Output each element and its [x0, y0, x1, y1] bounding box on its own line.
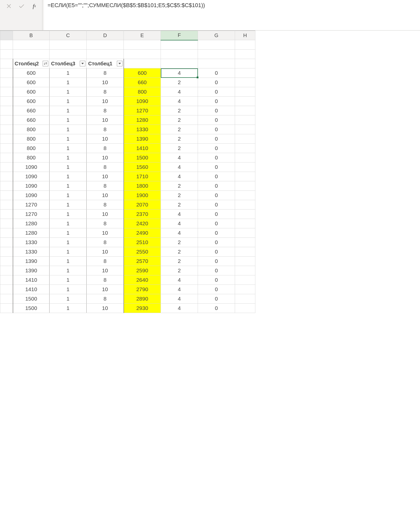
cell-d[interactable]: 10 [87, 210, 124, 219]
cell-d[interactable]: 8 [87, 125, 124, 134]
cell-f[interactable]: 4 [161, 210, 198, 219]
cell-h[interactable] [235, 162, 255, 172]
cell-h[interactable] [235, 115, 255, 125]
cell-e[interactable]: 2890 [124, 294, 161, 304]
cell-c[interactable]: 1 [50, 228, 87, 238]
filter-dropdown-icon[interactable] [117, 61, 122, 66]
cell-b[interactable]: 800 [13, 134, 50, 144]
cell-f[interactable]: 2 [161, 191, 198, 200]
cell-g[interactable]: 0 [198, 87, 235, 97]
cell-f[interactable]: 4 [161, 153, 198, 162]
cell-f[interactable]: 2 [161, 78, 198, 87]
cell-g[interactable]: 0 [198, 304, 235, 313]
cell-f[interactable]: 4 [161, 68, 198, 78]
cell-d[interactable]: 10 [87, 304, 124, 313]
cell-h[interactable] [235, 210, 255, 219]
cell-e[interactable]: 1270 [124, 106, 161, 115]
cell-b[interactable]: 800 [13, 125, 50, 134]
cell-c[interactable]: 1 [50, 238, 87, 247]
cell-f[interactable]: 4 [161, 304, 198, 313]
confirm-formula-button[interactable] [15, 1, 28, 11]
cell-f[interactable]: 2 [161, 106, 198, 115]
cell-h[interactable] [235, 97, 255, 106]
cell-g[interactable]: 0 [198, 106, 235, 115]
cell-g[interactable]: 0 [198, 247, 235, 257]
cell-c[interactable]: 1 [50, 78, 87, 87]
cell-d[interactable]: 8 [87, 219, 124, 228]
cell-d[interactable]: 8 [87, 68, 124, 78]
cell-f[interactable]: 4 [161, 162, 198, 172]
cell-c[interactable]: 1 [50, 153, 87, 162]
cell-f[interactable]: 2 [161, 134, 198, 144]
formula-input[interactable] [44, 0, 420, 30]
cell-d[interactable]: 10 [87, 266, 124, 275]
cell-h[interactable] [235, 172, 255, 181]
cell-g[interactable]: 0 [198, 78, 235, 87]
cell-f[interactable]: 2 [161, 200, 198, 210]
cell-e[interactable]: 2490 [124, 228, 161, 238]
cell-c[interactable]: 1 [50, 162, 87, 172]
cell-d[interactable]: 8 [87, 238, 124, 247]
cell-e[interactable]: 2510 [124, 238, 161, 247]
cell-c[interactable]: 1 [50, 247, 87, 257]
cell-h[interactable] [235, 144, 255, 153]
cell-b[interactable]: 660 [13, 106, 50, 115]
cell-g[interactable]: 0 [198, 162, 235, 172]
cell-f[interactable]: 4 [161, 97, 198, 106]
cell-g[interactable]: 0 [198, 275, 235, 285]
cell-c[interactable]: 1 [50, 125, 87, 134]
cell-d[interactable]: 8 [87, 87, 124, 97]
column-header-H[interactable]: H [235, 31, 255, 40]
cell-c[interactable]: 1 [50, 144, 87, 153]
cell-g[interactable]: 0 [198, 125, 235, 134]
cell-d[interactable]: 10 [87, 153, 124, 162]
cell-d[interactable]: 8 [87, 200, 124, 210]
cell-d[interactable]: 10 [87, 228, 124, 238]
cell-f[interactable]: 2 [161, 144, 198, 153]
cancel-formula-button[interactable] [3, 1, 15, 11]
cell-c[interactable]: 1 [50, 219, 87, 228]
cell-h[interactable] [235, 134, 255, 144]
cell-d[interactable]: 10 [87, 285, 124, 294]
cell-f[interactable]: 4 [161, 219, 198, 228]
cell-d[interactable]: 10 [87, 172, 124, 181]
cell-b[interactable]: 1090 [13, 172, 50, 181]
cell-f[interactable]: 4 [161, 228, 198, 238]
cell-e[interactable]: 1090 [124, 97, 161, 106]
cell-c[interactable]: 1 [50, 172, 87, 181]
cell-h[interactable] [235, 87, 255, 97]
column-header-G[interactable]: G [198, 31, 235, 40]
cell-b[interactable]: 1270 [13, 200, 50, 210]
cell-b[interactable]: 1280 [13, 219, 50, 228]
column-header-B[interactable]: B [13, 31, 50, 40]
cell-b[interactable]: 1390 [13, 266, 50, 275]
cell-d[interactable]: 8 [87, 106, 124, 115]
cell-e[interactable]: 660 [124, 78, 161, 87]
cell-g[interactable]: 0 [198, 115, 235, 125]
table-header-col2[interactable]: Столбец2 [13, 59, 50, 68]
cell-e[interactable]: 1330 [124, 125, 161, 134]
cell-c[interactable]: 1 [50, 115, 87, 125]
cell-b[interactable]: 1090 [13, 162, 50, 172]
cell-h[interactable] [235, 68, 255, 78]
cell-g[interactable]: 0 [198, 257, 235, 266]
cell-e[interactable]: 1800 [124, 181, 161, 191]
cell-g[interactable]: 0 [198, 200, 235, 210]
cell-e[interactable]: 800 [124, 87, 161, 97]
cell-e[interactable]: 600 [124, 68, 161, 78]
cell-c[interactable]: 1 [50, 275, 87, 285]
sort-filter-icon[interactable] [43, 61, 48, 66]
cell-g[interactable]: 0 [198, 210, 235, 219]
cell-g[interactable]: 0 [198, 134, 235, 144]
cell-e[interactable]: 2070 [124, 200, 161, 210]
cell-e[interactable]: 1560 [124, 162, 161, 172]
cell-f[interactable]: 4 [161, 285, 198, 294]
cell-h[interactable] [235, 219, 255, 228]
cell-b[interactable]: 1090 [13, 191, 50, 200]
column-header-F[interactable]: F [161, 31, 198, 40]
cell-g[interactable]: 0 [198, 191, 235, 200]
select-all-corner[interactable] [0, 31, 13, 40]
cell-f[interactable]: 4 [161, 275, 198, 285]
cell-h[interactable] [235, 78, 255, 87]
cell-h[interactable] [235, 181, 255, 191]
